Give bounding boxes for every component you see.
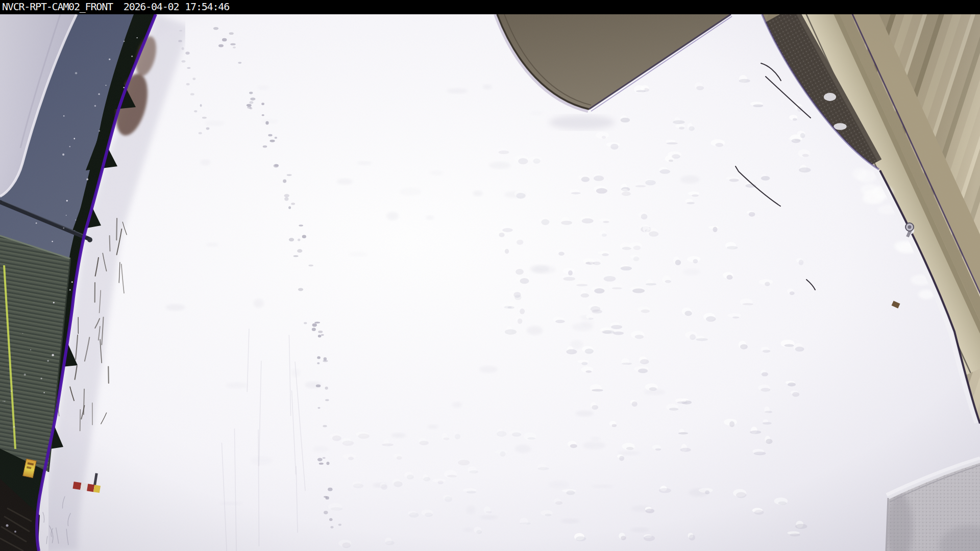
camera-scene [0,14,980,551]
osd-camera-id: NVCR-RPT-CAM02_FRONT [2,1,113,13]
cctv-frame: NVCR-RPT-CAM02_FRONT2026-04-0217:54:46 [0,0,980,551]
vignette-overlay [0,14,980,551]
osd-time: 17:54:46 [185,1,229,13]
osd-date: 2026-04-02 [124,1,179,13]
osd-topbar: NVCR-RPT-CAM02_FRONT2026-04-0217:54:46 [0,0,980,14]
